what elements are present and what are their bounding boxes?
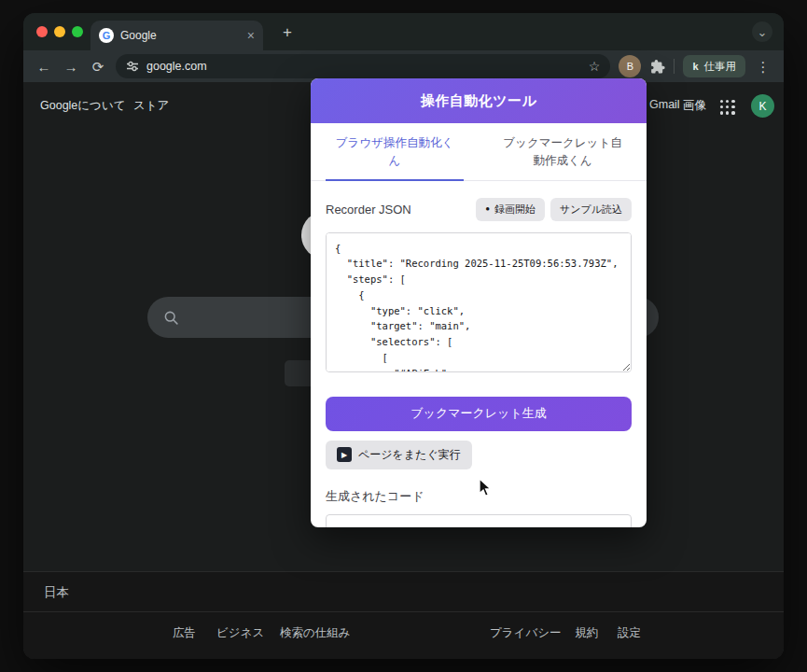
generated-code-output[interactable] [326, 514, 632, 528]
tab-title: Google [120, 29, 241, 42]
search-icon [163, 310, 179, 326]
new-tab-button[interactable]: + [275, 21, 299, 45]
footer-divider [23, 611, 784, 612]
mouse-cursor [477, 478, 494, 497]
page-footer: 日本 広告 ビジネス 検索の仕組み プライバシー 規約 設定 [23, 571, 784, 659]
browser-tab-google[interactable]: G Google × [90, 21, 263, 50]
link-gmail[interactable]: Gmail [649, 98, 680, 111]
cross-page-run-label: ページをまたぐ実行 [358, 447, 461, 463]
browser-window: G Google × + ⌄ ← → ⟳ google.com ☆ [23, 13, 784, 659]
google-account-avatar[interactable]: K [751, 94, 774, 118]
load-sample-button[interactable]: サンプル読込 [550, 198, 632, 221]
google-favicon-icon: G [99, 28, 114, 43]
modal-tabs: ブラウザ操作自動化くん ブックマークレット自動作成くん [311, 123, 647, 181]
address-bar[interactable]: google.com ☆ [116, 54, 610, 78]
tab-bookmarklet-creator[interactable]: ブックマークレット自動作成くん [494, 123, 632, 180]
record-start-button[interactable]: ● 録画開始 [476, 198, 545, 221]
play-icon: ▶ [337, 447, 352, 462]
recorder-json-textarea[interactable]: { "title": "Recording 2025-11-25T09:56:5… [326, 232, 632, 372]
modal-body: Recorder JSON ● 録画開始 サンプル読込 { "title": "… [311, 181, 647, 528]
screen: G Google × + ⌄ ← → ⟳ google.com ☆ [0, 0, 807, 672]
record-start-label: 録画開始 [494, 203, 536, 217]
site-settings-icon[interactable] [126, 60, 139, 73]
apps-grid-icon[interactable] [720, 100, 735, 115]
bookmark-star-icon[interactable]: ☆ [589, 59, 601, 74]
extensions-icon[interactable] [649, 59, 665, 75]
link-images[interactable]: 画像 [683, 98, 706, 114]
tab-strip: G Google × + ⌄ [23, 13, 784, 50]
link-store[interactable]: ストア [133, 98, 169, 114]
tab-search-chevron-icon[interactable]: ⌄ [752, 21, 772, 42]
zoom-window-button[interactable] [72, 26, 83, 37]
footer-country-label: 日本 [44, 584, 69, 601]
forward-button[interactable]: → [62, 60, 80, 74]
nav-divider [674, 59, 675, 74]
generate-bookmarklet-button[interactable]: ブックマークレット生成 [326, 397, 632, 431]
back-button[interactable]: ← [35, 60, 53, 74]
profile-chip-label: 仕事用 [704, 60, 737, 74]
url-text: google.com [146, 60, 207, 73]
reload-button[interactable]: ⟳ [89, 60, 107, 74]
tab-close-icon[interactable]: × [247, 29, 255, 42]
load-sample-label: サンプル読込 [560, 203, 622, 217]
tab-browser-automation[interactable]: ブラウザ操作自動化くん [326, 123, 464, 181]
sync-account-avatar[interactable]: B [619, 55, 641, 77]
recorder-json-label: Recorder JSON [326, 203, 411, 217]
footer-link-how-search-works[interactable]: 検索の仕組み [280, 625, 351, 641]
profile-chip-icon: k [692, 61, 698, 72]
nav-bar: ← → ⟳ google.com ☆ B k 仕事用 [23, 50, 784, 82]
link-about-google[interactable]: Googleについて [40, 98, 125, 114]
footer-link-terms[interactable]: 規約 [575, 625, 598, 641]
browser-menu-icon[interactable]: ⋮ [754, 60, 772, 74]
close-window-button[interactable] [36, 26, 48, 37]
minimize-window-button[interactable] [54, 26, 65, 37]
footer-link-ads[interactable]: 広告 [173, 625, 196, 641]
modal-title: 操作自動化ツール [311, 78, 647, 123]
footer-link-business[interactable]: ビジネス [216, 625, 264, 641]
footer-link-settings[interactable]: 設定 [618, 625, 641, 641]
profile-chip[interactable]: k 仕事用 [683, 55, 745, 77]
window-controls [36, 26, 83, 37]
automation-tool-modal: 操作自動化ツール ブラウザ操作自動化くん ブックマークレット自動作成くん Rec… [311, 78, 647, 527]
footer-link-privacy[interactable]: プライバシー [490, 625, 561, 641]
cross-page-run-button[interactable]: ▶ ページをまたぐ実行 [326, 441, 472, 469]
record-dot-icon: ● [485, 205, 490, 213]
